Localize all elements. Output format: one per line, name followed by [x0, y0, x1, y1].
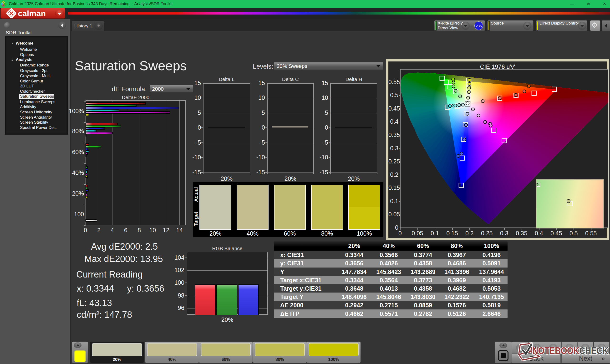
svg-text:NOTEBOOK: NOTEBOOK — [532, 345, 579, 356]
svg-text:CHECK: CHECK — [579, 345, 608, 356]
